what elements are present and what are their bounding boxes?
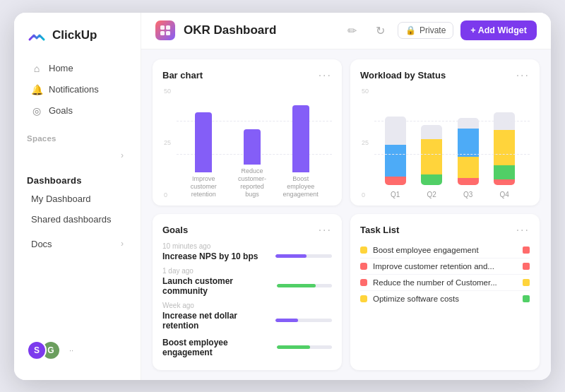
goals-list: 10 minutes ago Increase NPS by 10 bps 1 …	[162, 242, 332, 363]
home-icon: ⌂	[31, 63, 42, 74]
bar-chart-widget: Bar chart ··· 50 25 0	[153, 59, 342, 206]
goal-fill-1	[277, 284, 315, 287]
goal-fill-2	[275, 319, 298, 322]
seg-q3-0	[458, 118, 479, 129]
pencil-icon: ✏	[347, 24, 357, 37]
bar-chart-area: 50 25 0 Improve customer retention	[162, 88, 332, 198]
bar-label-2: Boost employee engagement	[281, 175, 320, 198]
task-flag-1	[523, 263, 530, 270]
bar-chart-menu[interactable]: ···	[319, 69, 332, 82]
sidebar-item-goals[interactable]: ◎ Goals	[18, 100, 136, 121]
logo-area: ClickUp	[14, 25, 141, 58]
seg-q3-1	[458, 129, 479, 157]
bar-group-1: Reduce customer-reported bugs	[232, 129, 271, 198]
dashboards-section-label: Dashboards	[14, 168, 141, 189]
goal-time-0: 10 minutes ago	[162, 242, 332, 250]
workload-widget: Workload by Status ··· 50 25 0	[350, 59, 540, 206]
task-item-0: Boost employee engagement	[360, 242, 530, 259]
stacked-bar-q3	[458, 118, 479, 185]
workload-menu[interactable]: ···	[516, 69, 530, 82]
wl-gridline-top	[374, 121, 530, 121]
goal-item-3: Boost employee engagement	[162, 336, 332, 357]
task-dot-1	[360, 263, 367, 270]
task-name-1: Improve customer retention and...	[373, 262, 517, 271]
goals-title: Goals	[162, 225, 188, 235]
wl-y-0: 0	[362, 191, 369, 198]
workload-header: Workload by Status ···	[360, 69, 530, 82]
stacked-q1: Q1	[385, 117, 406, 198]
my-dashboard-label: My Dashboard	[31, 194, 91, 204]
bar-group-0: Improve customer retention	[184, 112, 223, 198]
add-widget-button[interactable]: + Add Widget	[460, 20, 537, 40]
clickup-logo-icon	[27, 25, 47, 45]
sidebar-avatar-area: S G ··	[14, 333, 141, 367]
goal-item-1: 1 day ago Launch customer community	[162, 267, 332, 296]
docs-label: Docs	[31, 239, 52, 249]
goal-item-2: Week ago Increase net dollar retention	[162, 302, 332, 331]
app-window: ClickUp ⌂ Home 🔔 Notifications ◎ Goals S…	[14, 13, 551, 380]
docs-chevron: ›	[121, 239, 124, 249]
q1-label: Q1	[391, 191, 400, 198]
task-list-menu[interactable]: ···	[516, 224, 530, 237]
refresh-button[interactable]: ↻	[369, 20, 391, 41]
seg-q4-1	[494, 130, 515, 165]
svg-rect-2	[160, 31, 165, 35]
private-button[interactable]: 🔒 Private	[398, 22, 453, 39]
task-name-3: Optimize software costs	[373, 295, 517, 303]
sidebar-item-spaces[interactable]: ›	[18, 145, 136, 165]
task-list-items: Boost employee engagement Improve custom…	[360, 242, 530, 307]
seg-q3-3	[458, 178, 479, 185]
goal-time-2: Week ago	[162, 302, 332, 309]
sidebar-item-shared-dashboards[interactable]: Shared dashboards	[18, 209, 136, 230]
sidebar-item-notifications[interactable]: 🔔 Notifications	[18, 79, 136, 100]
topbar-actions: ✏ ↻ 🔒 Private + Add Widget	[341, 20, 537, 41]
workload-chart-area: 50 25 0	[360, 88, 530, 198]
bar-0	[195, 112, 212, 172]
edit-button[interactable]: ✏	[341, 20, 362, 41]
sidebar-item-home[interactable]: ⌂ Home	[18, 58, 136, 79]
stacked-bar-q2	[421, 125, 442, 185]
stacked-q2: Q2	[421, 125, 442, 198]
sidebar: ClickUp ⌂ Home 🔔 Notifications ◎ Goals S…	[14, 13, 141, 380]
bar-chart-inner: Improve customer retention Reduce custom…	[162, 121, 332, 198]
goals-menu[interactable]: ···	[319, 224, 332, 237]
stacked-q4: Q4	[494, 112, 515, 198]
goal-row-2: Increase net dollar retention	[162, 311, 332, 331]
sidebar-item-home-label: Home	[49, 63, 73, 73]
goals-widget: Goals ··· 10 minutes ago Increase NPS by…	[153, 214, 342, 370]
grid-icon	[160, 25, 171, 36]
goal-row-1: Launch customer community	[162, 276, 332, 296]
workload-y-labels: 50 25 0	[362, 88, 369, 198]
goals-icon: ◎	[31, 105, 42, 117]
bar-label-0: Improve customer retention	[184, 175, 223, 198]
seg-q4-3	[494, 179, 515, 185]
task-dot-0	[360, 247, 367, 254]
refresh-icon: ↻	[376, 24, 385, 37]
goal-fill-0	[275, 254, 307, 258]
goal-row-3: Boost employee engagement	[162, 338, 332, 357]
task-list-widget: Task List ··· Boost employee engagement …	[350, 214, 540, 370]
goal-name-2: Increase net dollar retention	[162, 311, 275, 331]
goal-name-1: Launch customer community	[162, 276, 277, 296]
svg-rect-1	[166, 25, 170, 30]
stacked-bar-q4	[494, 112, 515, 185]
seg-q1-2	[385, 177, 406, 185]
task-item-1: Improve customer retention and...	[360, 259, 530, 275]
goal-track-1	[277, 284, 332, 287]
task-dot-2	[360, 279, 367, 286]
sidebar-item-my-dashboard[interactable]: My Dashboard	[18, 189, 136, 209]
avatar-s: S	[27, 340, 47, 360]
sidebar-item-goals-label: Goals	[49, 105, 73, 116]
goal-name-0: Increase NPS by 10 bps	[162, 251, 258, 261]
topbar: OKR Dashboard ✏ ↻ 🔒 Private + Add Widget	[141, 13, 551, 49]
goal-time-1: 1 day ago	[162, 267, 332, 275]
task-item-2: Reduce the number of Customer...	[360, 275, 530, 291]
goal-name-3: Boost employee engagement	[162, 338, 277, 357]
seg-q3-2	[458, 157, 479, 178]
shared-dashboards-label: Shared dashboards	[31, 214, 111, 225]
wl-gridline-mid	[374, 154, 530, 155]
task-name-0: Boost employee engagement	[373, 246, 517, 254]
goal-track-2	[275, 319, 332, 322]
sidebar-item-docs[interactable]: Docs ›	[18, 234, 136, 254]
spaces-chevron: ›	[121, 150, 124, 160]
